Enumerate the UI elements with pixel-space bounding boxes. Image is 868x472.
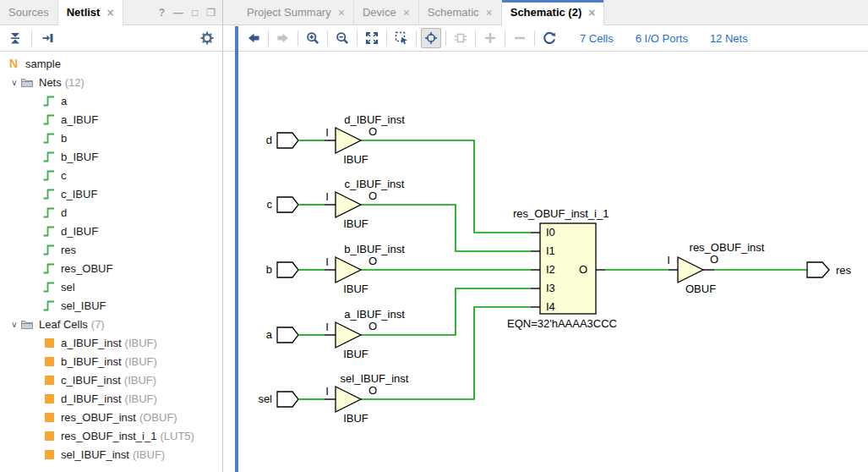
tab-schematic-2[interactable]: Schematic (2)× [502,0,605,25]
tab-netlist[interactable]: Netlist× [58,0,123,25]
tree-item-b[interactable]: b [0,129,222,147]
pin-label-o: O [368,384,377,397]
instance-label: res_OBUF_inst [690,241,765,254]
buffer-symbol[interactable] [336,257,361,283]
stat-link-12-nets[interactable]: 12 Nets [710,32,748,45]
maximize-icon[interactable]: □ [192,7,198,19]
tab-device[interactable]: Device× [354,0,419,25]
stat-link-6-i-o-ports[interactable]: 6 I/O Ports [636,32,688,45]
tab-schematic[interactable]: Schematic× [419,0,502,25]
buffer-symbol[interactable] [678,257,703,283]
port-symbol[interactable] [807,262,829,277]
zoom-out-icon[interactable] [332,28,352,48]
tree-item-sel-ibuf[interactable]: sel_IBUF [0,296,222,315]
lut5-out-pin-label: O [579,263,587,276]
expand-plus-icon[interactable] [480,28,500,48]
regenerate-icon[interactable] [539,28,560,48]
schematic-canvas[interactable]: dIOd_IBUF_instIBUFcIOc_IBUF_instIBUFbIOb… [238,52,868,472]
tree-item-res-obuf[interactable]: res_OBUF [0,259,222,277]
help-icon[interactable]: ? [159,7,165,19]
tree-item-label: c [61,169,67,182]
editor-tabbar: Project Summary×Device×Schematic×Schemat… [223,0,868,25]
pin-label-o: O [710,253,718,266]
port-symbol[interactable] [277,262,298,277]
collapse-minus-icon[interactable] [510,28,530,48]
zoom-in-icon[interactable] [303,28,323,48]
toolbar-separator [298,30,298,46]
tab-close-icon[interactable]: × [403,7,410,19]
cell-icon [42,410,56,424]
tree-item-c-ibuf-inst[interactable]: c_IBUF_inst(IBUF) [0,370,222,389]
port-label-d: d [266,134,272,146]
lut5-equation-label: EQN=32'hAAAA3CCC [507,317,617,330]
tree-item-c[interactable]: c [0,166,222,184]
chevron-down-icon[interactable]: ∨ [8,78,20,87]
toolbar-separator [386,30,387,46]
tree-item-d[interactable]: d [0,203,222,222]
lut5-pin-label: I4 [546,300,555,313]
netlist-panel-tabbar: SourcesNetlist×?—□❐ [0,0,222,25]
tree-item-res[interactable]: res [0,240,222,259]
tab-project-summary[interactable]: Project Summary× [238,0,354,25]
tree-item-leaf-cells[interactable]: ∨Leaf Cells(7) [0,315,222,333]
collapse-all-icon[interactable] [5,28,25,48]
scroll-to-selected-icon[interactable] [38,28,58,48]
zoom-selection-icon[interactable] [391,28,412,48]
minimize-icon[interactable]: — [173,7,183,19]
tree-item-a[interactable]: a [0,91,222,110]
tree-item-label: Leaf Cells [39,318,88,331]
back-icon[interactable] [243,28,264,48]
port-symbol[interactable] [277,392,298,407]
tree-item-res-obuf-inst-i-1[interactable]: res_OBUF_inst_i_1(LUT5) [0,426,222,445]
tab-label: Schematic (2) [510,6,582,19]
tree-item-b-ibuf[interactable]: b_IBUF [0,147,222,166]
tree-item-sample[interactable]: Nsample [0,54,222,73]
port-symbol[interactable] [277,133,298,148]
tree-item-meta: (OBUF) [139,411,177,424]
tree-item-label: sel [61,281,75,294]
settings-gear-icon[interactable] [197,28,217,48]
expand-cell-icon[interactable] [450,28,471,48]
lut5-pin-label: I0 [546,226,555,239]
autofit-selection-icon[interactable] [421,28,441,48]
instance-label: b_IBUF_inst [344,243,405,255]
tab-sources[interactable]: Sources [0,0,58,25]
zoom-fit-icon[interactable] [362,28,382,48]
buffer-symbol[interactable] [336,322,361,348]
buffer-symbol[interactable] [336,192,361,217]
celltype-label: OBUF [685,283,716,295]
net-icon [42,94,56,107]
tab-close-icon[interactable]: × [588,7,595,19]
toolbar-separator [445,30,446,46]
tree-item-label: b [61,132,67,145]
lut5-instance-label: res_OBUF_inst_i_1 [513,207,609,220]
port-symbol[interactable] [277,197,298,212]
tree-item-d-ibuf-inst[interactable]: d_IBUF_inst(IBUF) [0,389,222,408]
tree-item-nets[interactable]: ∨Nets(12) [0,73,222,91]
float-icon[interactable]: ❐ [206,7,216,19]
toolbar-separator [416,30,417,46]
tree-item-c-ibuf[interactable]: c_IBUF [0,184,222,203]
net-wire-sel[interactable] [361,307,531,399]
buffer-symbol[interactable] [336,128,361,153]
tree-item-sel[interactable]: sel [0,277,222,296]
tab-close-icon[interactable]: × [338,7,345,19]
port-symbol[interactable] [277,327,298,343]
pin-label-i: I [325,126,329,139]
chevron-down-icon[interactable]: ∨ [8,320,20,329]
stat-link-7-cells[interactable]: 7 Cells [580,32,614,45]
tree-item-a-ibuf[interactable]: a_IBUF [0,110,222,129]
schematic-drawing: dIOd_IBUF_instIBUFcIOc_IBUF_instIBUFbIOb… [238,52,868,471]
tree-item-sel-ibuf-inst[interactable]: sel_IBUF_inst(IBUF) [0,445,222,464]
tab-close-icon[interactable]: × [486,7,493,19]
tree-item-meta: (LUT5) [160,430,194,442]
tree-item-d-ibuf[interactable]: d_IBUF [0,222,222,240]
tree-item-a-ibuf-inst[interactable]: a_IBUF_inst(IBUF) [0,333,222,352]
cell-icon [42,392,56,405]
buffer-symbol[interactable] [336,387,361,412]
tab-close-icon[interactable]: × [106,7,113,19]
tree-item-b-ibuf-inst[interactable]: b_IBUF_inst(IBUF) [0,352,222,370]
netlist-tree: Nsample∨Nets(12)aa_IBUFbb_IBUFcc_IBUFdd_… [0,52,222,472]
forward-icon[interactable] [273,28,293,48]
tree-item-res-obuf-inst[interactable]: res_OBUF_inst(OBUF) [0,408,222,426]
